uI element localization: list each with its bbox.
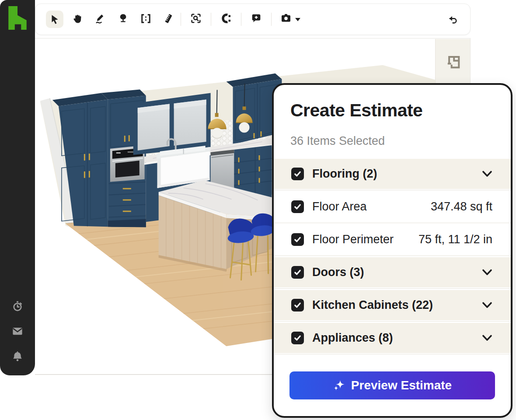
comment-plus-icon [250, 12, 262, 26]
toolbar-separator [241, 13, 241, 26]
undo-button[interactable] [444, 11, 461, 28]
estimate-rows-list: Flooring (2)Floor Area347.48 sq ftFloor … [274, 158, 511, 354]
checkbox-checked[interactable] [291, 200, 304, 213]
app-sidebar [0, 0, 35, 375]
preview-estimate-button[interactable]: Preview Estimate [289, 371, 495, 399]
chevron-down-icon[interactable] [482, 171, 492, 177]
magnet-snap-button[interactable] [212, 10, 240, 29]
row-label: Floor Perimeter [312, 233, 394, 246]
plants-tool-button[interactable] [112, 10, 134, 29]
snapshot-button[interactable] [272, 12, 307, 27]
tree-icon [117, 13, 129, 26]
estimate-item-row[interactable]: Floor Area347.48 sq ft [274, 190, 511, 223]
select-tool-button[interactable] [43, 10, 66, 29]
floorplan-view-button[interactable] [435, 39, 470, 85]
checkbox-checked[interactable] [291, 332, 304, 344]
chevron-down-icon[interactable] [482, 335, 492, 341]
wall-brackets-icon [140, 13, 152, 26]
hand-icon [72, 13, 84, 26]
checkbox-checked[interactable] [291, 168, 304, 180]
chevron-down-icon[interactable] [482, 302, 492, 308]
toolbar-separator [271, 13, 272, 26]
checkbox-checked[interactable] [291, 266, 304, 279]
panel-title: Create Estimate [290, 100, 494, 121]
sparkle-icon [333, 379, 345, 392]
floor-plan-icon [444, 53, 462, 70]
create-estimate-panel: Create Estimate 36 Items Selected Floori… [272, 83, 513, 418]
checkbox-checked[interactable] [291, 233, 304, 246]
zoom-region-icon [190, 12, 202, 26]
preview-estimate-label: Preview Estimate [351, 378, 452, 392]
row-label: Doors (3) [312, 266, 364, 279]
chevron-down-icon[interactable] [482, 269, 492, 276]
row-label: Floor Area [312, 200, 367, 214]
toolbar-separator [211, 13, 211, 26]
select-icon [46, 10, 63, 28]
design-toolbar [35, 4, 471, 35]
walls-tool-button[interactable] [134, 10, 157, 29]
row-value: 347.48 sq ft [431, 200, 492, 214]
row-label: Appliances (8) [312, 331, 393, 345]
estimate-item-row[interactable]: Floor Perimeter75 ft, 11 1/2 in [274, 223, 511, 256]
add-comment-button[interactable] [242, 10, 270, 29]
notifications-icon[interactable] [10, 349, 25, 364]
row-value: 75 ft, 11 1/2 in [418, 233, 492, 246]
estimate-group-row[interactable]: Flooring (2) [274, 158, 511, 190]
checkbox-checked[interactable] [291, 299, 304, 312]
measure-tool-button[interactable] [157, 10, 180, 29]
ruler-icon [163, 13, 174, 26]
estimate-group-row[interactable]: Kitchen Cabinets (22) [274, 289, 511, 322]
camera-icon [279, 12, 293, 27]
row-label: Flooring (2) [312, 167, 377, 181]
messages-icon[interactable] [10, 324, 25, 339]
houzz-logo[interactable] [6, 5, 29, 31]
magnet-icon [220, 12, 232, 26]
chevron-down-icon [295, 15, 300, 23]
estimate-group-row[interactable]: Appliances (8) [274, 322, 511, 354]
pan-tool-button[interactable] [66, 10, 89, 29]
zoom-region-button[interactable] [182, 10, 210, 29]
estimate-group-row[interactable]: Doors (3) [274, 256, 511, 289]
draw-tool-button[interactable] [89, 10, 112, 29]
timer-icon[interactable] [10, 298, 25, 313]
row-label: Kitchen Cabinets (22) [312, 298, 433, 312]
toolbar-separator [181, 13, 181, 26]
pencil-draw-icon [94, 13, 106, 26]
items-selected-count: 36 Items Selected [290, 134, 494, 148]
